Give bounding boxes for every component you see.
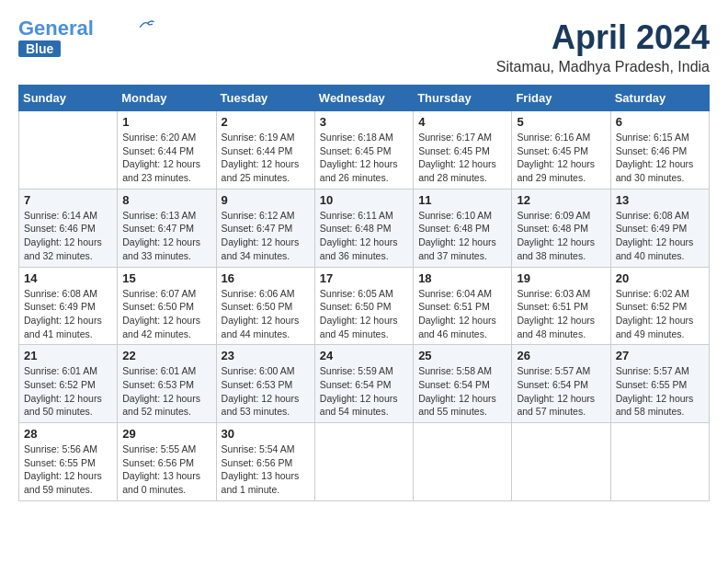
table-row: 17Sunrise: 6:05 AM Sunset: 6:50 PM Dayli…: [314, 267, 413, 345]
day-number: 17: [320, 271, 408, 285]
page-header: General Blue April 2024 Sitamau, Madhya …: [18, 18, 710, 75]
table-row: 30Sunrise: 5:54 AM Sunset: 6:56 PM Dayli…: [216, 423, 314, 501]
table-row: 19Sunrise: 6:03 AM Sunset: 6:51 PM Dayli…: [512, 267, 610, 345]
table-row: 6Sunrise: 6:15 AM Sunset: 6:46 PM Daylig…: [610, 111, 709, 190]
day-number: 18: [418, 271, 506, 285]
day-number: 7: [24, 193, 112, 207]
title-block: April 2024 Sitamau, Madhya Pradesh, Indi…: [496, 18, 710, 75]
day-number: 15: [122, 271, 210, 285]
day-info: Sunrise: 6:12 AM Sunset: 6:47 PM Dayligh…: [222, 209, 310, 263]
table-row: 16Sunrise: 6:06 AM Sunset: 6:50 PM Dayli…: [216, 267, 314, 345]
header-row: Sunday Monday Tuesday Wednesday Thursday…: [19, 86, 710, 111]
day-info: Sunrise: 6:17 AM Sunset: 6:45 PM Dayligh…: [418, 131, 506, 185]
day-info: Sunrise: 6:01 AM Sunset: 6:53 PM Dayligh…: [122, 364, 210, 419]
table-row: [19, 111, 118, 190]
table-row: 8Sunrise: 6:13 AM Sunset: 6:47 PM Daylig…: [118, 189, 216, 267]
day-number: 29: [122, 427, 210, 441]
col-tuesday: Tuesday: [216, 86, 314, 111]
day-number: 5: [517, 115, 605, 129]
table-row: 7Sunrise: 6:14 AM Sunset: 6:46 PM Daylig…: [19, 189, 118, 267]
table-row: 18Sunrise: 6:04 AM Sunset: 6:51 PM Dayli…: [414, 267, 512, 345]
day-number: 6: [616, 115, 704, 129]
day-info: Sunrise: 5:59 AM Sunset: 6:54 PM Dayligh…: [320, 364, 408, 419]
day-number: 10: [320, 193, 408, 207]
day-number: 26: [517, 349, 605, 362]
logo: General Blue: [18, 18, 154, 57]
table-row: 9Sunrise: 6:12 AM Sunset: 6:47 PM Daylig…: [216, 189, 314, 267]
table-row: [414, 423, 512, 501]
day-info: Sunrise: 6:11 AM Sunset: 6:48 PM Dayligh…: [320, 209, 408, 263]
day-number: 13: [616, 193, 704, 207]
table-row: 27Sunrise: 5:57 AM Sunset: 6:55 PM Dayli…: [610, 345, 709, 423]
table-row: 3Sunrise: 6:18 AM Sunset: 6:45 PM Daylig…: [314, 111, 413, 190]
table-row: 29Sunrise: 5:55 AM Sunset: 6:56 PM Dayli…: [118, 423, 216, 501]
day-info: Sunrise: 6:18 AM Sunset: 6:45 PM Dayligh…: [320, 131, 408, 185]
day-number: 27: [616, 349, 704, 362]
day-number: 8: [122, 193, 210, 207]
col-monday: Monday: [118, 86, 216, 111]
week-row-2: 7Sunrise: 6:14 AM Sunset: 6:46 PM Daylig…: [19, 189, 710, 267]
day-number: 22: [122, 349, 210, 362]
month-title: April 2024: [496, 18, 710, 57]
day-info: Sunrise: 6:20 AM Sunset: 6:44 PM Dayligh…: [122, 131, 210, 185]
day-info: Sunrise: 6:04 AM Sunset: 6:51 PM Dayligh…: [418, 287, 506, 341]
table-row: 1Sunrise: 6:20 AM Sunset: 6:44 PM Daylig…: [118, 111, 216, 190]
day-number: 28: [24, 427, 112, 441]
day-info: Sunrise: 5:56 AM Sunset: 6:55 PM Dayligh…: [24, 442, 112, 497]
day-info: Sunrise: 6:06 AM Sunset: 6:50 PM Dayligh…: [222, 287, 310, 341]
day-info: Sunrise: 6:08 AM Sunset: 6:49 PM Dayligh…: [24, 287, 112, 341]
table-row: 20Sunrise: 6:02 AM Sunset: 6:52 PM Dayli…: [610, 267, 709, 345]
day-number: 12: [517, 193, 605, 207]
day-number: 3: [320, 115, 408, 129]
day-number: 1: [122, 115, 210, 129]
week-row-3: 14Sunrise: 6:08 AM Sunset: 6:49 PM Dayli…: [19, 267, 710, 345]
day-info: Sunrise: 5:57 AM Sunset: 6:55 PM Dayligh…: [616, 364, 704, 419]
col-friday: Friday: [512, 86, 610, 111]
location-subtitle: Sitamau, Madhya Pradesh, India: [496, 59, 710, 75]
table-row: [512, 423, 610, 501]
day-info: Sunrise: 5:57 AM Sunset: 6:54 PM Dayligh…: [517, 364, 605, 419]
day-info: Sunrise: 6:01 AM Sunset: 6:52 PM Dayligh…: [24, 364, 112, 419]
day-number: 19: [517, 271, 605, 285]
col-thursday: Thursday: [414, 86, 512, 111]
week-row-4: 21Sunrise: 6:01 AM Sunset: 6:52 PM Dayli…: [19, 345, 710, 423]
table-row: 23Sunrise: 6:00 AM Sunset: 6:53 PM Dayli…: [216, 345, 314, 423]
day-info: Sunrise: 6:05 AM Sunset: 6:50 PM Dayligh…: [320, 287, 408, 341]
table-row: [314, 423, 413, 501]
day-info: Sunrise: 6:10 AM Sunset: 6:48 PM Dayligh…: [418, 209, 506, 263]
day-number: 30: [222, 427, 310, 441]
day-info: Sunrise: 6:09 AM Sunset: 6:48 PM Dayligh…: [517, 209, 605, 263]
table-row: 25Sunrise: 5:58 AM Sunset: 6:54 PM Dayli…: [414, 345, 512, 423]
logo-blue: Blue: [26, 41, 53, 56]
table-row: 5Sunrise: 6:16 AM Sunset: 6:45 PM Daylig…: [512, 111, 610, 190]
table-row: 13Sunrise: 6:08 AM Sunset: 6:49 PM Dayli…: [610, 189, 709, 267]
day-number: 25: [418, 349, 506, 362]
day-info: Sunrise: 6:02 AM Sunset: 6:52 PM Dayligh…: [616, 287, 704, 341]
table-row: 28Sunrise: 5:56 AM Sunset: 6:55 PM Dayli…: [19, 423, 118, 501]
day-info: Sunrise: 6:07 AM Sunset: 6:50 PM Dayligh…: [122, 287, 210, 341]
day-number: 11: [418, 193, 506, 207]
table-row: 26Sunrise: 5:57 AM Sunset: 6:54 PM Dayli…: [512, 345, 610, 423]
day-info: Sunrise: 6:08 AM Sunset: 6:49 PM Dayligh…: [616, 209, 704, 263]
table-row: 4Sunrise: 6:17 AM Sunset: 6:45 PM Daylig…: [414, 111, 512, 190]
day-number: 24: [320, 349, 408, 362]
week-row-1: 1Sunrise: 6:20 AM Sunset: 6:44 PM Daylig…: [19, 111, 710, 190]
day-number: 20: [616, 271, 704, 285]
table-row: 12Sunrise: 6:09 AM Sunset: 6:48 PM Dayli…: [512, 189, 610, 267]
week-row-5: 28Sunrise: 5:56 AM Sunset: 6:55 PM Dayli…: [19, 423, 710, 501]
table-row: 11Sunrise: 6:10 AM Sunset: 6:48 PM Dayli…: [414, 189, 512, 267]
table-row: 15Sunrise: 6:07 AM Sunset: 6:50 PM Dayli…: [118, 267, 216, 345]
day-info: Sunrise: 6:03 AM Sunset: 6:51 PM Dayligh…: [517, 287, 605, 341]
day-number: 9: [222, 193, 310, 207]
table-row: 14Sunrise: 6:08 AM Sunset: 6:49 PM Dayli…: [19, 267, 118, 345]
day-number: 21: [24, 349, 112, 362]
calendar-table: Sunday Monday Tuesday Wednesday Thursday…: [18, 85, 710, 501]
table-row: 10Sunrise: 6:11 AM Sunset: 6:48 PM Dayli…: [314, 189, 413, 267]
day-number: 2: [222, 115, 310, 129]
day-number: 14: [24, 271, 112, 285]
table-row: 22Sunrise: 6:01 AM Sunset: 6:53 PM Dayli…: [118, 345, 216, 423]
day-info: Sunrise: 5:55 AM Sunset: 6:56 PM Dayligh…: [122, 442, 210, 497]
day-number: 4: [418, 115, 506, 129]
day-info: Sunrise: 6:16 AM Sunset: 6:45 PM Dayligh…: [517, 131, 605, 185]
day-info: Sunrise: 5:54 AM Sunset: 6:56 PM Dayligh…: [222, 442, 310, 497]
